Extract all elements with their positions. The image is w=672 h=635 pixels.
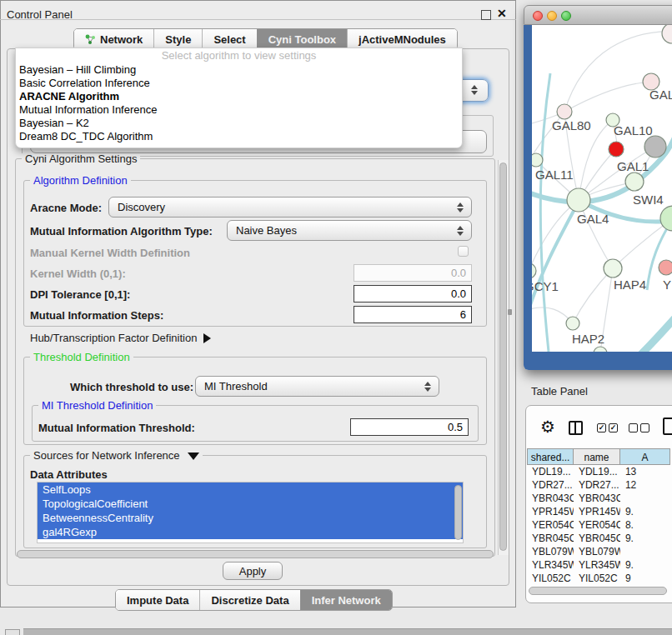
tab-network[interactable]: Network	[74, 29, 153, 49]
algorithm-option[interactable]: Mutual Information Inference	[16, 103, 462, 117]
network-node-label: GAL	[649, 88, 672, 102]
data-attributes-list[interactable]: SelfLoopsTopologicalCoefficientBetweenne…	[37, 482, 464, 543]
table-cell: 9	[620, 572, 670, 584]
table-hscrollbar-thumb[interactable]	[529, 587, 667, 595]
zoom-traffic-light[interactable]	[561, 11, 571, 21]
stepper-arrows-icon	[453, 202, 471, 212]
mi-threshold-field[interactable]	[350, 418, 469, 436]
apply-button[interactable]: Apply	[223, 562, 283, 580]
network-node-label: SWI4	[633, 192, 664, 207]
table-row[interactable]: YPR145WYPR145W9.	[527, 505, 670, 518]
table-cell: 8.	[620, 518, 670, 532]
settings-scrollbar-thumb[interactable]	[499, 162, 507, 551]
tab-infer-network[interactable]: Infer Network	[300, 590, 392, 610]
close-icon[interactable]: ✕	[497, 7, 507, 20]
new-table-icon[interactable]	[663, 418, 672, 435]
network-node[interactable]	[557, 104, 572, 119]
table-cell	[620, 545, 670, 558]
network-node[interactable]	[662, 25, 672, 43]
mi-steps-field[interactable]	[354, 306, 472, 323]
network-node[interactable]	[659, 260, 672, 275]
aracne-mode-select[interactable]: Discovery	[108, 197, 472, 218]
attribute-item[interactable]: BetweennessCentrality	[38, 511, 463, 525]
minimize-traffic-light[interactable]	[547, 11, 557, 21]
tab-cyni-toolbox[interactable]: Cyni Toolbox	[257, 29, 347, 49]
table-row[interactable]: YBL079WYBL079W	[527, 545, 670, 558]
tab-discretize-data-label: Discretize Data	[211, 594, 288, 607]
algorithm-option[interactable]: Dream8 DC_TDC Algorithm	[16, 130, 462, 143]
tab-impute-data[interactable]: Impute Data	[116, 590, 199, 610]
settings-group-title: Cyni Algorithm Settings	[22, 153, 140, 164]
select-all-icon[interactable]: ✓ ✓	[597, 423, 618, 432]
tab-discretize-data[interactable]: Discretize Data	[199, 590, 299, 610]
network-node[interactable]	[594, 347, 607, 352]
gear-icon[interactable]: ⚙	[540, 418, 555, 435]
table-cell: YBR043C	[574, 492, 620, 505]
attribute-item[interactable]: gal4RGexp	[38, 525, 463, 539]
column-header[interactable]: A	[620, 448, 670, 465]
unchecked-box-icon	[640, 423, 649, 432]
table-cell: 9.	[620, 532, 670, 545]
control-panel-titlebar[interactable]	[0, 0, 516, 20]
network-node[interactable]	[625, 172, 644, 191]
splitter-handle[interactable]	[508, 309, 512, 315]
tab-impute-data-label: Impute Data	[127, 594, 188, 607]
float-window-icon[interactable]	[481, 10, 491, 20]
expand-arrow-icon[interactable]	[203, 333, 211, 343]
tab-style[interactable]: Style	[153, 29, 202, 49]
node-table[interactable]: shared...nameA YDL19...YDL19...13YDR27..…	[527, 448, 670, 584]
table-row[interactable]: YDL19...YDL19...13	[527, 465, 670, 478]
mi-threshold-definition-title: MI Threshold Definition	[38, 400, 156, 411]
table-row[interactable]: YIL052CYIL052C9	[527, 572, 670, 584]
network-node[interactable]	[567, 188, 590, 212]
mi-algorithm-type-select[interactable]: Naive Bayes	[227, 220, 472, 241]
column-header[interactable]: name	[574, 448, 620, 465]
algorithm-option[interactable]: Basic Correlation Inference	[16, 77, 462, 90]
algorithm-option[interactable]: Bayesian – Hill Climbing	[16, 63, 462, 77]
network-node[interactable]	[660, 206, 672, 231]
collapse-arrow-icon[interactable]	[188, 452, 199, 460]
tab-network-label: Network	[100, 33, 143, 46]
columns-icon[interactable]	[569, 421, 583, 435]
dpi-tolerance-field[interactable]	[354, 285, 472, 302]
network-canvas[interactable]: GALGAL80GAL10GAL1GAL11GAL4SWI4GCY1HAP4YH…	[532, 25, 672, 352]
close-traffic-light[interactable]	[533, 11, 543, 21]
hub-definition-label: Hub/Transcription Factor Definition	[30, 332, 197, 344]
table-row[interactable]: YBR045CYBR045C9.	[527, 532, 670, 545]
node-table-clip: shared...nameA YDL19...YDL19...13YDR27..…	[527, 448, 670, 584]
manual-kernel-checkbox[interactable]	[458, 246, 469, 257]
stepper-arrows-icon	[420, 382, 439, 392]
collapsed-panel-icon[interactable]	[5, 629, 20, 635]
network-node[interactable]	[566, 317, 579, 330]
network-window-titlebar[interactable]	[524, 5, 672, 25]
which-threshold-select[interactable]: MI Threshold	[195, 376, 439, 397]
table-cell: YDL19...	[574, 465, 620, 478]
table-row[interactable]: YBR043CYBR043C	[527, 492, 670, 505]
network-node-label: HAP4	[614, 278, 646, 292]
tab-select[interactable]: Select	[202, 29, 256, 49]
network-node[interactable]	[532, 153, 543, 167]
deselect-all-icon[interactable]	[629, 423, 649, 432]
attribute-item[interactable]: TopologicalCoefficient	[38, 497, 463, 511]
settings-hscrollbar-thumb[interactable]	[17, 550, 494, 558]
mi-type-label: Mutual Information Algorithm Type:	[30, 225, 213, 238]
table-cell: YLR345W	[527, 558, 574, 572]
network-node[interactable]	[532, 263, 536, 278]
table-row[interactable]: YDR27...YDR27...12	[527, 478, 670, 492]
network-node[interactable]	[609, 142, 624, 157]
tab-style-label: Style	[165, 33, 191, 46]
kernel-width-field[interactable]	[354, 264, 472, 282]
hub-definition-section[interactable]: Hub/Transcription Factor Definition	[30, 332, 211, 344]
network-node[interactable]	[644, 136, 666, 158]
sources-title-row[interactable]: Sources for Network Inference	[30, 450, 203, 461]
column-header[interactable]: shared...	[527, 448, 574, 465]
algorithm-option[interactable]: ARACNE Algorithm	[16, 90, 462, 103]
table-row[interactable]: YLR345WYLR345W9.	[527, 558, 670, 572]
manual-kernel-label: Manual Kernel Width Definition	[30, 247, 190, 259]
algorithm-option[interactable]: Bayesian – K2	[16, 117, 462, 130]
table-row[interactable]: YER054CYER054C8.	[527, 518, 670, 532]
attribute-item[interactable]: SelfLoops	[38, 482, 463, 497]
attributes-scrollbar-thumb[interactable]	[454, 485, 462, 540]
tab-jactivemnodules[interactable]: jActiveMNodules	[347, 29, 457, 49]
network-node[interactable]	[604, 259, 622, 278]
